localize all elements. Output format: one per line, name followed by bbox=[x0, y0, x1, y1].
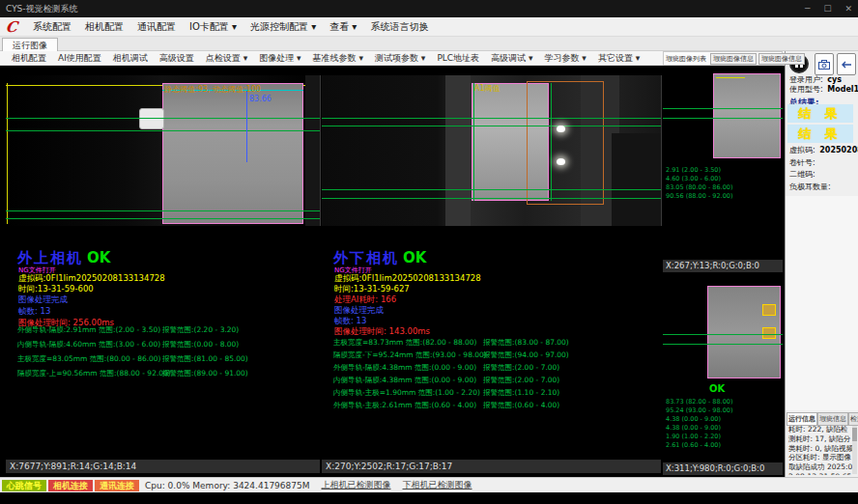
qr-code-row: 二维码: bbox=[789, 169, 815, 180]
toolbar-item-7[interactable]: 测试项参数 ▾ bbox=[369, 52, 431, 65]
measurement-list: 外侧导轨-隔膜:2.91mm 范围:(2.00 - 3.50)报警范围:(2.2… bbox=[6, 70, 320, 475]
toolbar-item-0[interactable]: 相机配置 bbox=[6, 52, 52, 65]
log-scrollbar-thumb[interactable] bbox=[852, 428, 857, 441]
status-badge-2: 通讯连接 bbox=[95, 480, 139, 491]
toolbar-item-4[interactable]: 点检设置 ▾ bbox=[200, 52, 253, 65]
toolbar-item-11[interactable]: 其它设置 ▾ bbox=[592, 52, 645, 65]
alarm-range-text: 报警范围:(83.00 - 87.00) bbox=[483, 338, 569, 348]
model-label: 使用型号: bbox=[789, 85, 823, 94]
defect-image-tabs: 瑕疵图像信息瑕疵图像信息 bbox=[708, 53, 805, 65]
menu-item-2[interactable]: 通讯配置 bbox=[130, 20, 183, 34]
green-measure-line-2 bbox=[663, 344, 783, 345]
info-tab-strip: 运行信息瑕疵信息检测信息 bbox=[786, 412, 858, 426]
measurement-row: 内侧导轨-主极=1.90mm 范围:(1.00 - 2.20)报警范围:(1.1… bbox=[322, 388, 661, 400]
thumbnail-image-2[interactable] bbox=[707, 286, 781, 378]
measurement-text: 内侧导轨-隔膜:4.38mm 范围:(0.00 - 9.00) bbox=[333, 376, 476, 385]
lower-camera-panel: A1阈值 外下相机OK NG文件打开 虚拟码:0FI1Iim2025020813… bbox=[322, 70, 661, 475]
thumb-measure-line: 95.24 (93.00 - 98.00) bbox=[666, 406, 732, 415]
pin-number-label: 卷针号: bbox=[789, 158, 815, 167]
toolbar-item-5[interactable]: 图像处理 ▾ bbox=[253, 52, 306, 65]
tab-count-label: 负极耳数量: bbox=[789, 182, 831, 191]
green-measure-line-2 bbox=[663, 118, 783, 119]
thumbnail-panel-1: 2.91 (2.00 - 3.50)4.60 (3.00 - 6.00)83.0… bbox=[663, 70, 783, 272]
result-box-lower: 结 果 bbox=[787, 125, 853, 143]
defect-highlight-box-1 bbox=[762, 304, 776, 316]
thumb-measure-line: 90.56 (88.00 - 92.00) bbox=[666, 192, 732, 201]
alarm-range-text: 报警范围:(2.20 - 3.20) bbox=[162, 325, 239, 335]
arrow-left-icon bbox=[841, 60, 852, 70]
thumb-measure-line: 83.73 (82.00 - 88.00) bbox=[666, 398, 732, 406]
menu-item-6[interactable]: 系统语言切换 bbox=[363, 20, 435, 34]
thumb-measure-line: 83.05 (80.00 - 86.00) bbox=[666, 183, 732, 192]
measurement-text: 隔膜宽度-上=90.56mm 范围:(88.00 - 92.00) bbox=[17, 369, 171, 378]
virtual-code-label: 虚拟码: bbox=[789, 146, 815, 154]
menu-bar: C 系统配置相机配置通讯配置IO卡配置 ▾光源控制配置 ▾查看 ▾系统语言切换 bbox=[0, 17, 858, 37]
menu-item-1[interactable]: 相机配置 bbox=[78, 20, 130, 34]
pixel-readout-bar: X:311;Y:980;R:0;G:0;B:0 bbox=[663, 462, 783, 475]
measurement-text: 外侧导轨-主极:2.61mm 范围:(0.60 - 4.00) bbox=[333, 401, 476, 410]
model-value: Model1 bbox=[827, 85, 858, 94]
alarm-range-text: 报警范围:(1.10 - 2.10) bbox=[483, 388, 559, 398]
result-text: 结 果 bbox=[798, 126, 843, 143]
toolbar-item-3[interactable]: 高级设置 bbox=[154, 52, 200, 65]
defect-list-header: 瑕疵图像列表 瑕疵图像信息瑕疵图像信息 bbox=[663, 51, 783, 66]
minimize-button[interactable]: ─ bbox=[805, 0, 810, 17]
log-scrollbar[interactable] bbox=[852, 426, 857, 474]
toolbar-item-9[interactable]: 高级调试 ▾ bbox=[485, 52, 538, 65]
measurement-row: 隔膜宽度-上=90.56mm 范围:(88.00 - 92.00)报警范围:(8… bbox=[6, 369, 320, 380]
info-tab-1[interactable]: 瑕疵信息 bbox=[817, 412, 848, 426]
qr-code-label: 二维码: bbox=[789, 170, 815, 179]
maximize-button[interactable]: ☐ bbox=[823, 0, 831, 17]
green-measure-line-1 bbox=[663, 108, 783, 109]
measurement-text: 外侧导轨-隔膜:2.91mm 范围:(2.00 - 3.50) bbox=[17, 325, 160, 335]
thumb-measure-line: 4.60 (3.00 - 6.00) bbox=[666, 175, 732, 183]
upper-camera-status-link[interactable]: 上相机已检测图像 bbox=[322, 479, 391, 491]
toolbar-item-6[interactable]: 基准线参数 ▾ bbox=[307, 52, 369, 65]
measurement-row: 外侧导轨-隔膜:4.38mm 范围:(0.00 - 9.00)报警范围:(2.0… bbox=[322, 363, 661, 375]
tab-run-image[interactable]: 运行图像 bbox=[2, 38, 58, 51]
measurement-row: 外侧导轨-主极:2.61mm 范围:(0.60 - 4.00)报警范围:(0.6… bbox=[322, 401, 661, 412]
measurement-list: 主极宽度=83.73mm 范围:(82.00 - 88.00)报警范围:(83.… bbox=[322, 70, 661, 475]
alarm-range-text: 报警范围:(94.00 - 97.00) bbox=[483, 350, 569, 360]
lower-camera-status-link[interactable]: 下相机已检测图像 bbox=[403, 479, 472, 491]
tab-row: 运行图像 bbox=[0, 37, 858, 51]
menu-item-3[interactable]: IO卡配置 ▾ bbox=[183, 20, 243, 34]
measurement-row: 主极宽度=83.73mm 范围:(82.00 - 88.00)报警范围:(83.… bbox=[322, 338, 661, 350]
return-button[interactable] bbox=[837, 53, 856, 75]
result-box-upper: 结 果 bbox=[787, 104, 853, 123]
defect-thumbnail-column: 2.91 (2.00 - 3.50)4.60 (3.00 - 6.00)83.0… bbox=[663, 70, 783, 475]
cpu-memory-text: Cpu: 0.0% Memory: 3424.41796875M bbox=[145, 481, 310, 490]
control-sidebar: 登录用户: cys 使用型号: Model1 总结果: 结 果 结 果 虚拟码:… bbox=[785, 51, 858, 477]
info-tab-2[interactable]: 检测信息 bbox=[848, 412, 858, 426]
toolbar-item-8[interactable]: PLC地址表 bbox=[431, 52, 485, 65]
virtual-code-row: 虚拟码: 20250208 bbox=[789, 145, 858, 155]
measurement-text: 内侧导轨-主极=1.90mm 范围:(1.00 - 2.20) bbox=[333, 388, 480, 398]
measurement-row: 内侧导轨-隔膜:4.60mm 范围:(3.00 - 6.00)报警范围:(0.0… bbox=[6, 340, 320, 351]
toolbar-item-1[interactable]: AI使用配置 bbox=[52, 52, 107, 65]
result-text: 结 果 bbox=[798, 105, 843, 123]
alarm-range-text: 报警范围:(0.60 - 4.00) bbox=[483, 401, 559, 410]
toolbar-item-10[interactable]: 学习参数 ▾ bbox=[539, 52, 592, 65]
left-camera-panel: 83.66 静态阈值:93, 动态阈值:100 外上相机OK NG文件打开 虚拟… bbox=[6, 70, 320, 475]
menu-item-5[interactable]: 查看 ▾ bbox=[323, 20, 363, 34]
alarm-range-text: 报警范围:(0.00 - 8.00) bbox=[162, 340, 239, 350]
yellow-mark-line bbox=[716, 77, 745, 78]
toolbar-item-2[interactable]: 相机调试 bbox=[107, 52, 154, 65]
close-button[interactable]: ✕ bbox=[844, 0, 852, 17]
thumb-measure-list: 83.73 (82.00 - 88.00)95.24 (93.00 - 98.0… bbox=[666, 398, 732, 450]
menu-item-4[interactable]: 光源控制配置 ▾ bbox=[243, 20, 323, 34]
menu-items: 系统配置相机配置通讯配置IO卡配置 ▾光源控制配置 ▾查看 ▾系统语言切换 bbox=[26, 20, 435, 34]
snapshot-button[interactable] bbox=[815, 53, 834, 75]
measurement-row: 隔膜宽度-下=95.24mm 范围:(93.00 - 98.00)报警范围:(9… bbox=[322, 350, 661, 362]
menu-item-0[interactable]: 系统配置 bbox=[26, 20, 78, 34]
thumbnail-image-1[interactable] bbox=[713, 73, 781, 158]
virtual-code-value: 20250208 bbox=[819, 146, 858, 154]
login-user-label: 登录用户: bbox=[789, 75, 823, 84]
info-tab-0[interactable]: 运行信息 bbox=[786, 412, 817, 426]
defect-image-tab-1[interactable]: 瑕疵图像信息 bbox=[758, 53, 805, 65]
pin-number-row: 卷针号: bbox=[789, 157, 815, 168]
thumb-measure-line: 1.90 (1.00 - 2.20) bbox=[666, 433, 732, 441]
model-row: 使用型号: Model1 bbox=[789, 84, 858, 95]
defect-image-tab-0[interactable]: 瑕疵图像信息 bbox=[710, 53, 757, 65]
status-badge-0: 心跳信号 bbox=[2, 480, 46, 491]
